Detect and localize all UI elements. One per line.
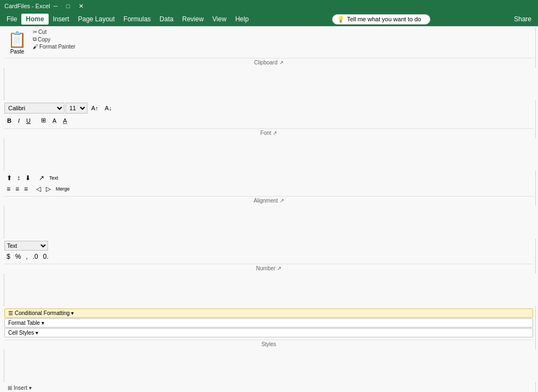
fill-color-button[interactable]: A [50,116,59,125]
border-button[interactable]: ⊞ [38,116,49,125]
italic-button[interactable]: I [15,116,22,125]
menu-bar: File Home Insert Page Layout Formulas Da… [0,12,538,26]
insert-icon: ⊞ [8,385,12,391]
alignment-group: ⬆ ↕ ⬇ ↗ Text ≡ ≡ ≡ ◁ ▷ Merge Alignment ↗ [2,171,536,206]
font-group: Calibri 11 A↑ A↓ B I U ⊞ A A Font ↗ [2,100,536,138]
font-color-button[interactable]: A [60,116,69,125]
font-name-row: Calibri 11 A↑ A↓ [4,103,533,114]
maximize-btn[interactable]: □ [63,3,74,10]
alignment-label: Alignment ↗ [4,196,533,205]
clipboard-group: 📋 Paste ✂Cut ⧉Copy 🖌Format Painter Clipb… [2,27,536,68]
menu-data[interactable]: Data [155,14,178,25]
align-top-button[interactable]: ⬆ [4,173,14,183]
increase-font-button[interactable]: A↑ [88,104,101,112]
menu-page-layout[interactable]: Page Layout [74,14,119,25]
tell-me-bar[interactable]: 💡 Tell me what you want to do [332,14,430,25]
divider3 [4,206,4,239]
divider1 [4,68,4,100]
menu-view[interactable]: View [208,14,231,25]
font-style-row: B I U ⊞ A A [4,116,533,125]
copy-button[interactable]: ⧉Copy [31,35,77,43]
cell-styles-button[interactable]: Cell Styles ▾ [4,328,533,337]
lightbulb-icon: 💡 [337,16,345,23]
format-painter-button[interactable]: 🖌Format Painter [31,43,77,50]
share-btn[interactable]: Share [510,14,536,25]
title-bar: CardFiles - Excel ─ □ ✕ [0,0,538,12]
number-format-select[interactable]: Text General Number Currency Percentage [4,241,48,251]
decrease-decimal-button[interactable]: .0 [31,252,40,262]
merge-button[interactable]: Merge [54,185,72,193]
text-direction-button[interactable]: ↗ [37,173,46,183]
menu-file[interactable]: File [2,14,21,25]
align-bottom-button[interactable]: ⬇ [23,173,33,183]
wrap-text-button[interactable]: Text [47,174,61,182]
ribbon: 📋 Paste ✂Cut ⧉Copy 🖌Format Painter Clipb… [0,26,538,392]
title-bar-title: CardFiles - Excel [4,3,50,9]
decrease-font-button[interactable]: A↓ [102,104,115,112]
copy-icon: ⧉ [33,36,37,43]
align-middle-button[interactable]: ↕ [15,173,22,183]
minimize-btn[interactable]: ─ [50,3,61,10]
menu-review[interactable]: Review [178,14,208,25]
cut-button[interactable]: ✂Cut [31,28,77,35]
number-buttons: $ % , .0 0. [4,252,533,262]
percent-button[interactable]: % [13,252,23,262]
increase-decimal-button[interactable]: 0. [41,252,51,262]
paste-label: Paste [10,49,25,55]
indent-decrease-button[interactable]: ◁ [34,184,43,194]
insert-cells-button[interactable]: ⊞ Insert ▾ [4,384,533,391]
cut-icon: ✂ [33,29,37,35]
divider5 [4,349,4,382]
number-group: Text General Number Currency Percentage … [2,239,536,274]
tell-me-text: Tell me what you want to do [347,16,421,22]
align-right-button[interactable]: ≡ [22,184,30,194]
underline-button[interactable]: U [23,116,33,125]
align-left-row: ≡ ≡ ≡ ◁ ▷ Merge [4,184,533,194]
clipboard-label: Clipboard ↗ [4,58,533,67]
conditional-formatting-icon: ☰ [8,310,13,316]
styles-label: Styles [4,340,533,348]
align-left-button[interactable]: ≡ [4,184,13,194]
conditional-formatting-button[interactable]: ☰ Conditional Formatting ▾ [4,308,533,318]
currency-button[interactable]: $ [4,252,13,262]
align-center-button[interactable]: ≡ [13,184,21,194]
font-label: Font ↗ [4,128,533,137]
paste-icon: 📋 [8,31,27,49]
indent-increase-button[interactable]: ▷ [44,184,53,194]
number-label: Number ↗ [4,264,533,272]
menu-insert[interactable]: Insert [49,14,74,25]
paste-button[interactable]: 📋 Paste [4,28,30,57]
align-top-row: ⬆ ↕ ⬇ ↗ Text [4,173,533,183]
divider2 [4,138,4,171]
menu-help[interactable]: Help [231,14,253,25]
bold-button[interactable]: B [4,116,14,125]
font-name-select[interactable]: Calibri [4,103,64,114]
font-size-select[interactable]: 11 [66,103,87,114]
format-table-button[interactable]: Format Table ▾ [4,318,533,328]
styles-group: ☰ Conditional Formatting ▾ Format Table … [2,306,536,349]
format-painter-icon: 🖌 [33,44,38,50]
cells-group: ⊞ Insert ▾ ⊟ Delete ▾ ⚙ Format ▾ Cells [2,382,536,392]
close-btn[interactable]: ✕ [75,3,87,10]
menu-formulas[interactable]: Formulas [119,14,155,25]
comma-button[interactable]: , [23,252,29,262]
divider4 [4,274,4,306]
menu-home[interactable]: Home [21,14,48,25]
